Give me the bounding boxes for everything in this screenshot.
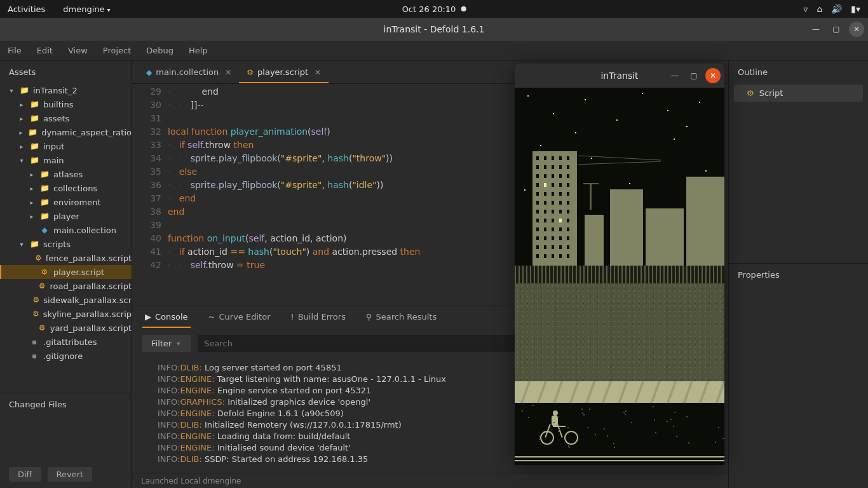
tree-root[interactable]: ▾📁inTransit_2 bbox=[0, 83, 132, 97]
menu-help[interactable]: Help bbox=[189, 46, 208, 55]
tree-item--gitignore[interactable]: ▪.gitignore bbox=[0, 349, 132, 363]
tree-item-road-parallax-script[interactable]: ⚙road_parallax.script bbox=[0, 279, 132, 293]
notification-dot-icon bbox=[461, 6, 466, 11]
tree-item-dynamic-aspect-ratio[interactable]: ▸📁dynamic_aspect_ratio bbox=[0, 125, 132, 139]
tab-player-script[interactable]: ⚙player.script✕ bbox=[239, 62, 329, 83]
filter-button[interactable]: Filter▾ bbox=[142, 335, 191, 352]
tree-item-enviroment[interactable]: ▸📁enviroment bbox=[0, 195, 132, 209]
tree-item-atlases[interactable]: ▸📁atlases bbox=[0, 167, 132, 181]
minimize-button[interactable]: — bbox=[808, 22, 824, 37]
changed-files-panel: Changed Files Diff Revert bbox=[0, 393, 132, 488]
road bbox=[515, 403, 724, 465]
wifi-icon[interactable]: ▿ bbox=[803, 4, 808, 14]
window-titlebar: inTransit - Defold 1.6.1 — ▢ ✕ bbox=[0, 18, 868, 41]
tree-item-player-script[interactable]: ⚙player.script bbox=[0, 265, 132, 279]
tree-item-skyline-parallax-scrip[interactable]: ⚙skyline_parallax.scrip bbox=[0, 307, 132, 321]
game-maximize-button[interactable]: ▢ bbox=[686, 68, 702, 83]
menu-edit[interactable]: Edit bbox=[37, 46, 53, 55]
bottom-tab-search-results[interactable]: ⚲Search Results bbox=[363, 307, 439, 328]
bluetooth-icon[interactable]: ⌂ bbox=[817, 4, 822, 14]
bottom-tab-console[interactable]: ▶Console bbox=[142, 307, 191, 328]
app-menu[interactable]: dmengine bbox=[63, 4, 110, 14]
tree-item-scripts[interactable]: ▾📁scripts bbox=[0, 237, 132, 251]
clock[interactable]: Oct 26 20:10 bbox=[402, 4, 456, 14]
game-window[interactable]: inTransit — ▢ ✕ bbox=[515, 64, 724, 465]
properties-header: Properties bbox=[729, 263, 868, 286]
line-gutter: 2930313233343536373839404142 bbox=[132, 84, 168, 306]
tree-item-yard-parallax-script[interactable]: ⚙yard_parallax.script bbox=[0, 321, 132, 335]
gear-icon: ⚙ bbox=[747, 88, 754, 98]
grass bbox=[515, 283, 724, 381]
tree-item--gitattributes[interactable]: ▪.gitattributes bbox=[0, 335, 132, 349]
tree-item-player[interactable]: ▸📁player bbox=[0, 209, 132, 223]
outline-item-script[interactable]: ⚙ Script bbox=[734, 85, 863, 102]
buildings bbox=[515, 126, 724, 266]
tree-item-main[interactable]: ▾📁main bbox=[0, 153, 132, 167]
menu-project[interactable]: Project bbox=[103, 46, 131, 55]
tree-item-fence-parallax-script[interactable]: ⚙fence_parallax.script bbox=[0, 251, 132, 265]
menu-debug[interactable]: Debug bbox=[146, 46, 173, 55]
activities-button[interactable]: Activities bbox=[8, 4, 45, 14]
game-title: inTransit bbox=[600, 71, 638, 81]
menubar: FileEditViewProjectDebugHelp bbox=[0, 41, 868, 61]
diff-button[interactable]: Diff bbox=[9, 467, 41, 482]
fence bbox=[515, 266, 724, 283]
volume-icon[interactable]: 🔊 bbox=[831, 4, 842, 14]
game-canvas bbox=[515, 88, 724, 465]
game-titlebar[interactable]: inTransit — ▢ ✕ bbox=[515, 64, 724, 88]
player-cyclist-icon bbox=[540, 408, 578, 445]
bottom-tab-build-errors[interactable]: !Build Errors bbox=[288, 307, 348, 328]
close-button[interactable]: ✕ bbox=[849, 22, 864, 37]
system-panel: Activities dmengine Oct 26 20:10 ▿ ⌂ 🔊 ▮… bbox=[0, 0, 868, 18]
assets-sidebar: Assets ▾📁inTransit_2▸📁builtins▸📁assets▸📁… bbox=[0, 61, 132, 488]
revert-button[interactable]: Revert bbox=[48, 467, 93, 482]
tree-item-main-collection[interactable]: ◆main.collection bbox=[0, 223, 132, 237]
tree-item-sidewalk-parallax-scr[interactable]: ⚙sidewalk_parallax.scr bbox=[0, 293, 132, 307]
battery-icon[interactable]: ▮▾ bbox=[851, 4, 860, 14]
tree-item-builtins[interactable]: ▸📁builtins bbox=[0, 97, 132, 111]
maximize-button[interactable]: ▢ bbox=[829, 22, 844, 37]
tree-item-collections[interactable]: ▸📁collections bbox=[0, 181, 132, 195]
window-title: inTransit - Defold 1.6.1 bbox=[384, 24, 485, 34]
assets-tree[interactable]: ▾📁inTransit_2▸📁builtins▸📁assets▸📁dynamic… bbox=[0, 83, 132, 393]
changed-files-header: Changed Files bbox=[9, 400, 123, 409]
statusbar: Launched Local dmengine bbox=[132, 473, 728, 488]
tree-item-assets[interactable]: ▸📁assets bbox=[0, 111, 132, 125]
right-panel: Outline ⚙ Script Properties bbox=[728, 61, 868, 488]
game-close-button[interactable]: ✕ bbox=[705, 68, 721, 83]
assets-header: Assets bbox=[0, 61, 132, 83]
outline-item-label: Script bbox=[759, 88, 783, 98]
game-minimize-button[interactable]: — bbox=[667, 68, 682, 83]
bottom-tab-curve-editor[interactable]: ~Curve Editor bbox=[206, 307, 273, 328]
outline-header: Outline bbox=[729, 61, 868, 83]
menu-view[interactable]: View bbox=[68, 46, 88, 55]
tab-main-collection[interactable]: ◆main.collection✕ bbox=[139, 62, 239, 83]
sidewalk bbox=[515, 381, 724, 403]
tree-item-input[interactable]: ▸📁input bbox=[0, 139, 132, 153]
menu-file[interactable]: File bbox=[8, 46, 22, 55]
